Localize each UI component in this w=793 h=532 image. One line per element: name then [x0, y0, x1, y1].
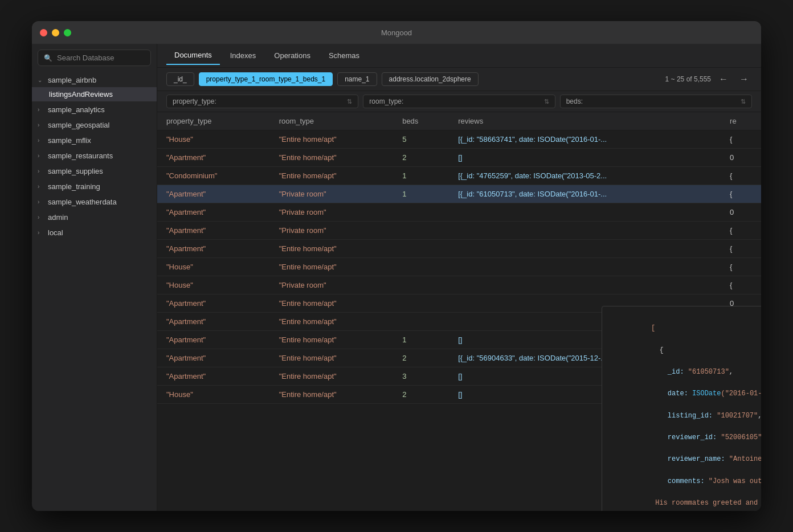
table-cell[interactable]: 0: [721, 203, 761, 222]
close-button[interactable]: [40, 29, 47, 36]
tab-schemas[interactable]: Schemas: [321, 47, 367, 64]
table-cell[interactable]: "Apartment": [157, 367, 270, 386]
table-cell[interactable]: {: [721, 222, 761, 240]
table-cell[interactable]: 2: [393, 149, 449, 167]
table-cell[interactable]: "Apartment": [157, 331, 270, 349]
table-cell[interactable]: "Apartment": [157, 240, 270, 258]
table-cell[interactable]: [449, 240, 721, 258]
table-cell[interactable]: [449, 276, 721, 294]
table-cell[interactable]: "Apartment": [157, 349, 270, 367]
table-cell[interactable]: "Apartment": [157, 294, 270, 313]
table-cell[interactable]: "House": [157, 130, 270, 149]
table-cell[interactable]: {: [721, 130, 761, 149]
table-cell[interactable]: "House": [157, 276, 270, 294]
filter-beds[interactable]: beds: ⇅: [560, 95, 752, 108]
table-row[interactable]: "House""Private room"{: [157, 276, 761, 294]
prev-page-button[interactable]: ←: [716, 73, 731, 85]
table-cell[interactable]: "Apartment": [157, 222, 270, 240]
db-header-sample-mflix[interactable]: › sample_mflix: [32, 133, 157, 148]
table-cell[interactable]: "Entire home/apt": [270, 130, 394, 149]
table-cell[interactable]: "Private room": [270, 276, 394, 294]
filter-room-type[interactable]: room_type: ⇅: [363, 95, 555, 108]
tab-operations[interactable]: Operations: [266, 47, 318, 64]
chip-location[interactable]: address.location_2dsphere: [382, 72, 479, 86]
table-cell[interactable]: 1: [393, 185, 449, 203]
table-cell[interactable]: "Apartment": [157, 203, 270, 222]
table-cell[interactable]: [393, 240, 449, 258]
table-cell[interactable]: "Entire home/apt": [270, 367, 394, 386]
db-header-sample-supplies[interactable]: › sample_supplies: [32, 164, 157, 178]
table-cell[interactable]: 1: [393, 331, 449, 349]
table-cell[interactable]: "Apartment": [157, 149, 270, 167]
db-header-sample-geospatial[interactable]: › sample_geospatial: [32, 118, 157, 132]
table-cell[interactable]: [393, 258, 449, 276]
db-header-local[interactable]: › local: [32, 226, 157, 240]
filter-property-type[interactable]: property_type: ⇅: [166, 95, 358, 108]
table-cell[interactable]: 5: [393, 130, 449, 149]
table-cell[interactable]: [393, 294, 449, 313]
search-database-input[interactable]: 🔍 Search Database: [38, 50, 151, 66]
table-cell[interactable]: "Entire home/apt": [270, 349, 394, 367]
table-cell[interactable]: [449, 222, 721, 240]
db-header-admin[interactable]: › admin: [32, 210, 157, 224]
table-row[interactable]: "Condominium""Entire home/apt"1[{_id: "4…: [157, 167, 761, 185]
db-header-sample-restaurants[interactable]: › sample_restaurants: [32, 149, 157, 163]
table-cell[interactable]: "House": [157, 386, 270, 404]
table-cell[interactable]: "Apartment": [157, 313, 270, 331]
table-cell[interactable]: [393, 276, 449, 294]
table-cell[interactable]: 0: [721, 149, 761, 167]
tab-documents[interactable]: Documents: [166, 46, 220, 65]
table-row[interactable]: "House""Entire home/apt"5[{_id: "5866374…: [157, 130, 761, 149]
table-cell[interactable]: "Entire home/apt": [270, 331, 394, 349]
table-cell[interactable]: [{_id: "58663741", date: ISODate("2016-0…: [449, 130, 721, 149]
table-row[interactable]: "Apartment""Private room"1[{_id: "610507…: [157, 185, 761, 203]
db-header-sample-training[interactable]: › sample_training: [32, 179, 157, 194]
table-cell[interactable]: 1: [393, 167, 449, 185]
table-cell[interactable]: [449, 203, 721, 222]
table-row[interactable]: "Apartment""Private room"0: [157, 203, 761, 222]
table-row[interactable]: "House""Entire home/apt"{: [157, 258, 761, 276]
maximize-button[interactable]: [64, 29, 71, 36]
table-cell[interactable]: "House": [157, 258, 270, 276]
db-header-sample-analytics[interactable]: › sample_analytics: [32, 103, 157, 117]
chip-name[interactable]: name_1: [337, 72, 377, 86]
table-cell[interactable]: []: [449, 149, 721, 167]
table-cell[interactable]: {: [721, 276, 761, 294]
db-header-sample-weatherdata[interactable]: › sample_weatherdata: [32, 195, 157, 209]
next-page-button[interactable]: →: [736, 73, 752, 85]
table-cell[interactable]: 2: [393, 386, 449, 404]
table-cell[interactable]: {: [721, 240, 761, 258]
table-cell[interactable]: "Entire home/apt": [270, 386, 394, 404]
table-cell[interactable]: {: [721, 167, 761, 185]
table-cell[interactable]: "Private room": [270, 185, 394, 203]
table-cell[interactable]: {: [721, 185, 761, 203]
table-cell[interactable]: "Entire home/apt": [270, 258, 394, 276]
tab-indexes[interactable]: Indexes: [222, 47, 264, 64]
table-cell[interactable]: "Private room": [270, 222, 394, 240]
table-row[interactable]: "Apartment""Private room"{: [157, 222, 761, 240]
table-cell[interactable]: "Entire home/apt": [270, 294, 394, 313]
db-header-sample-airbnb[interactable]: ⌄ sample_airbnb: [32, 73, 157, 87]
minimize-button[interactable]: [52, 29, 59, 36]
table-cell[interactable]: [{_id: "61050713", date: ISODate("2016-0…: [449, 185, 721, 203]
table-cell[interactable]: "Private room": [270, 203, 394, 222]
table-cell[interactable]: [449, 258, 721, 276]
table-row[interactable]: "Apartment""Entire home/apt"{: [157, 240, 761, 258]
table-cell[interactable]: "Apartment": [157, 185, 270, 203]
table-cell[interactable]: "Entire home/apt": [270, 149, 394, 167]
table-cell[interactable]: [{_id: "4765259", date: ISODate("2013-05…: [449, 167, 721, 185]
table-cell[interactable]: "Condominium": [157, 167, 270, 185]
chip-property-type[interactable]: property_type_1_room_type_1_beds_1: [199, 72, 333, 86]
table-cell[interactable]: 3: [393, 367, 449, 386]
table-cell[interactable]: [393, 203, 449, 222]
table-cell[interactable]: {: [721, 258, 761, 276]
table-cell[interactable]: 2: [393, 349, 449, 367]
table-cell[interactable]: "Entire home/apt": [270, 313, 394, 331]
collection-item-listingsandreviews[interactable]: listingsAndReviews: [32, 87, 157, 101]
table-cell[interactable]: "Entire home/apt": [270, 240, 394, 258]
table-row[interactable]: "Apartment""Entire home/apt"2[]0: [157, 149, 761, 167]
table-cell[interactable]: [393, 313, 449, 331]
table-cell[interactable]: "Entire home/apt": [270, 167, 394, 185]
table-cell[interactable]: [393, 222, 449, 240]
chip-id[interactable]: _id_: [166, 72, 194, 86]
